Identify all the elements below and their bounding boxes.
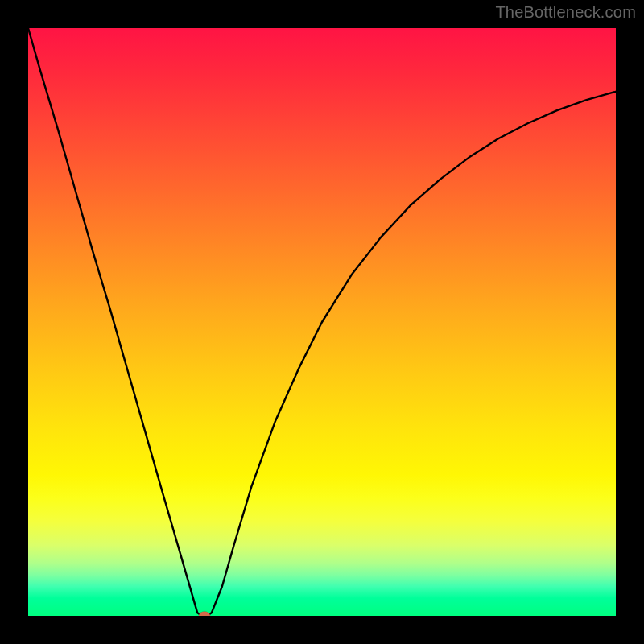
- bottleneck-curve: [28, 28, 616, 616]
- plot-area: [28, 28, 616, 616]
- watermark-text: TheBottleneck.com: [495, 3, 636, 22]
- optimum-marker: [199, 612, 210, 617]
- chart-frame: TheBottleneck.com: [0, 0, 644, 644]
